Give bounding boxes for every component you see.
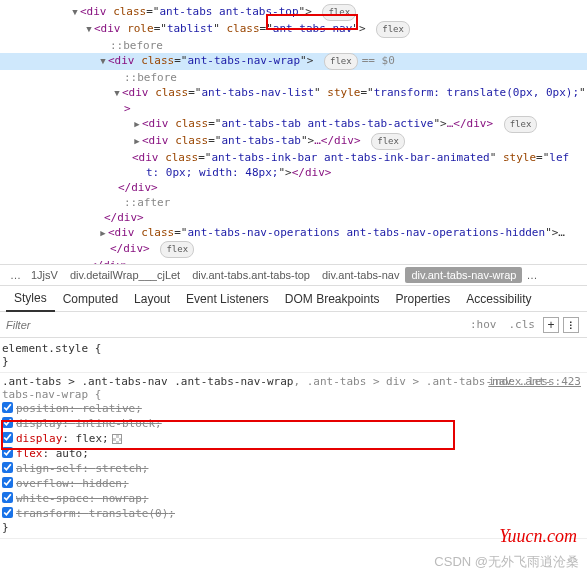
css-property[interactable]: align-self: stretch; xyxy=(2,461,581,476)
filter-input[interactable] xyxy=(6,319,464,331)
prop-checkbox[interactable] xyxy=(2,462,13,473)
more-icon[interactable]: ⫶ xyxy=(563,317,579,333)
crumb-more[interactable]: … xyxy=(522,269,541,281)
tree-cont: t: 0px; width: 48px;"></div> xyxy=(0,165,587,180)
filter-bar: :hov .cls + ⫶ xyxy=(0,312,587,338)
hov-toggle[interactable]: :hov xyxy=(470,318,497,331)
tree-node[interactable]: ▶<div class="ant-tabs-tab">…</div> flex xyxy=(0,133,587,150)
flex-icon[interactable] xyxy=(112,434,122,444)
prop-checkbox[interactable] xyxy=(2,432,13,443)
prop-checkbox[interactable] xyxy=(2,507,13,518)
css-property[interactable]: position: relative; xyxy=(2,401,581,416)
brace: } xyxy=(2,355,581,368)
tree-cont: > xyxy=(0,101,587,116)
crumb-selected[interactable]: div.ant-tabs-nav-wrap xyxy=(405,267,522,283)
css-property[interactable]: overflow: hidden; xyxy=(2,476,581,491)
tree-node[interactable]: ▼<div role="tablist" class="ant-tabs-nav… xyxy=(0,21,587,38)
tree-close: </div> xyxy=(0,180,587,195)
tab-layout[interactable]: Layout xyxy=(126,287,178,311)
css-property[interactable]: flex: auto; xyxy=(2,446,581,461)
rule[interactable]: index.less:423 .ant-tabs > .ant-tabs-nav… xyxy=(0,373,587,539)
tree-node[interactable]: ▼<div class="ant-tabs-nav-list" style="t… xyxy=(0,85,587,101)
css-property[interactable]: display: inline-block; xyxy=(2,416,581,431)
styles-panel: element.style { } index.less:423 .ant-ta… xyxy=(0,338,587,539)
tree-node[interactable]: ▼<div class="ant-tabs ant-tabs-top"> fle… xyxy=(0,4,587,21)
pseudo-after: ::after xyxy=(0,195,587,210)
breadcrumb: … 1JjsV div.detailWrap___cjLet div.ant-t… xyxy=(0,264,587,286)
tree-node[interactable]: ▶<div class="ant-tabs-nav-operations ant… xyxy=(0,225,587,241)
crumb[interactable]: div.ant-tabs-nav xyxy=(316,267,405,283)
source-link[interactable]: index.less:423 xyxy=(488,375,581,388)
prop-checkbox[interactable] xyxy=(2,402,13,413)
prop-checkbox[interactable] xyxy=(2,417,13,428)
css-property[interactable]: white-space: nowrap; xyxy=(2,491,581,506)
prop-checkbox[interactable] xyxy=(2,447,13,458)
tree-close: </div> xyxy=(0,210,587,225)
prop-checkbox[interactable] xyxy=(2,492,13,503)
pseudo-before: ::before xyxy=(0,38,587,53)
rule-element-style[interactable]: element.style { } xyxy=(0,340,587,373)
tree-node[interactable]: ▶<div class="ant-tabs-tab ant-tabs-tab-a… xyxy=(0,116,587,133)
new-rule-button[interactable]: + xyxy=(543,317,559,333)
crumb-more[interactable]: … xyxy=(6,269,25,281)
styles-tabs: Styles Computed Layout Event Listeners D… xyxy=(0,286,587,312)
tab-events[interactable]: Event Listeners xyxy=(178,287,277,311)
tab-computed[interactable]: Computed xyxy=(55,287,126,311)
tab-dom-breakpoints[interactable]: DOM Breakpoints xyxy=(277,287,388,311)
tree-node[interactable]: <div class="ant-tabs-ink-bar ant-tabs-in… xyxy=(0,150,587,165)
pseudo-before: ::before xyxy=(0,70,587,85)
watermark: CSDN @无外飞雨逍沧桑 xyxy=(434,553,579,571)
tab-accessibility[interactable]: Accessibility xyxy=(458,287,539,311)
crumb[interactable]: div.ant-tabs.ant-tabs-top xyxy=(186,267,316,283)
css-property[interactable]: display: flex; xyxy=(2,431,581,446)
cls-toggle[interactable]: .cls xyxy=(509,318,536,331)
tab-properties[interactable]: Properties xyxy=(388,287,459,311)
elements-tree: ▼<div class="ant-tabs ant-tabs-top"> fle… xyxy=(0,0,587,264)
prop-checkbox[interactable] xyxy=(2,477,13,488)
tab-styles[interactable]: Styles xyxy=(6,286,55,312)
crumb[interactable]: 1JjsV xyxy=(25,267,64,283)
css-property[interactable]: transform: translate(0); xyxy=(2,506,581,521)
brace: } xyxy=(2,521,581,534)
watermark: Yuucn.com xyxy=(499,526,577,547)
tree-node-selected[interactable]: ▼<div class="ant-tabs-nav-wrap"> flex== … xyxy=(0,53,587,70)
crumb[interactable]: div.detailWrap___cjLet xyxy=(64,267,186,283)
selector: element.style { xyxy=(2,342,581,355)
tree-close: </div> flex xyxy=(0,241,587,258)
